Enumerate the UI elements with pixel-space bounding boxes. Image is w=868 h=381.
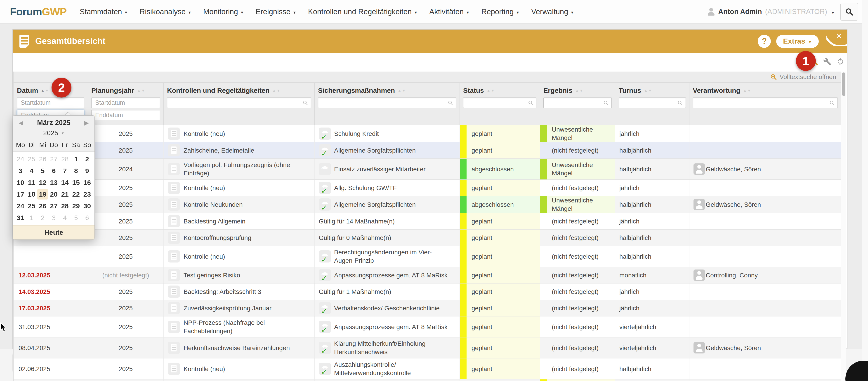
calendar-day[interactable]: 8 [70, 166, 82, 176]
column-title[interactable]: Planungsjahr [91, 87, 134, 94]
refresh-icon[interactable] [836, 58, 844, 66]
sicherung-label[interactable]: Allgemeine Sorgfaltspflichten [334, 201, 452, 209]
calendar-day[interactable]: 2 [37, 213, 48, 223]
calendar-day[interactable]: 5 [70, 213, 82, 223]
menu-item[interactable]: Aktivitäten [429, 7, 469, 16]
sicherung-label[interactable]: Anpassungsprozesse gem. AT 8 MaRisk [334, 271, 452, 279]
calendar-day[interactable]: 6 [82, 213, 93, 223]
column-title[interactable]: Status [463, 87, 484, 94]
table-row[interactable]: 12.03.2025 (nicht festgelegt) Test gerin… [13, 267, 841, 283]
calendar-day[interactable]: 12 [37, 177, 48, 188]
sort-icons[interactable] [137, 89, 145, 93]
filter-end-date-input[interactable] [91, 110, 160, 120]
calendar-day[interactable]: 26 [37, 154, 48, 164]
table-row[interactable]: 14.03.2025 2025 Backtesting: Arbeitsschr… [13, 283, 841, 300]
today-button[interactable]: Heute [13, 225, 94, 240]
calendar-day[interactable]: 24 [15, 154, 26, 164]
sicherung-label[interactable]: Gültig für 14 Maßnahme(n) [319, 217, 452, 226]
scrollbar-thumb[interactable] [842, 72, 845, 96]
table-row[interactable]: 2025 Backtesting Allgemein Gültig für 14… [13, 213, 841, 230]
calendar-day[interactable]: 21 [59, 189, 70, 200]
calendar-day[interactable]: 1 [70, 154, 82, 164]
column-title[interactable]: Sicherungsmaßnahmen [318, 87, 395, 94]
menu-item[interactable]: Verwaltung [531, 7, 574, 16]
calendar-day[interactable]: 7 [59, 166, 70, 176]
calendar-day[interactable]: 23 [82, 189, 93, 200]
kontrolle-label[interactable]: Zuverlässigkeitsprüfung Januar [184, 304, 310, 312]
kontrolle-label[interactable]: Kontrolle (neu) [184, 184, 310, 192]
calendar-day[interactable]: 1 [26, 213, 37, 223]
menu-item[interactable]: Kontrollen und Regeltätigkeiten [308, 7, 418, 16]
sort-icons[interactable] [398, 89, 406, 93]
calendar-day[interactable]: 28 [59, 154, 70, 164]
calendar-day[interactable]: 17 [15, 189, 26, 200]
extras-button[interactable]: Extras [776, 35, 819, 48]
calendar-day[interactable]: 6 [48, 166, 59, 176]
sicherung-label[interactable]: Gültig für 1 Maßnahme(n) [319, 287, 452, 296]
kontrolle-label[interactable]: Zahlscheine, Edelmetalle [184, 146, 310, 154]
sicherung-label[interactable]: Klärung Mittelherkunft/Einholung Herkunf… [334, 340, 452, 356]
page-scrollbar[interactable] [862, 0, 868, 381]
app-logo[interactable]: ForumGWP [10, 5, 67, 18]
calendar-day[interactable]: 30 [82, 201, 93, 211]
column-title[interactable]: Datum [17, 87, 38, 94]
kontrolle-label[interactable]: Kontrolle Neukunden [184, 201, 310, 209]
sort-icons[interactable] [487, 89, 495, 93]
sort-icons[interactable] [743, 89, 751, 93]
calendar-day[interactable]: 4 [59, 213, 70, 223]
calendar-day[interactable]: 25 [26, 201, 37, 211]
filter-search-input[interactable] [463, 98, 536, 108]
kontrolle-label[interactable]: NPP-Prozess (Nachfrage bei Fachabteilung… [184, 318, 310, 335]
calendar-day[interactable]: 19 [37, 189, 48, 200]
filter-search-input[interactable] [544, 98, 612, 108]
column-title[interactable]: Verantwortung [693, 87, 740, 94]
kontrolle-label[interactable]: Kontrolle (neu) [184, 365, 310, 373]
sicherung-label[interactable]: Schulung Kredit [334, 130, 452, 138]
table-row[interactable]: 2025 Kontrolle (neu) Allg. Schulung GW/T… [13, 180, 841, 196]
menu-item[interactable]: Monitoring [203, 7, 244, 16]
sort-icons[interactable] [41, 89, 49, 93]
table-row[interactable]: 08.04.2025 2025 Herkunftsnachweise Barei… [13, 338, 841, 358]
calendar-day[interactable]: 2 [82, 154, 93, 164]
column-title[interactable]: Ergebnis [544, 87, 572, 94]
kontrolle-label[interactable]: Herkunftsnachweise Bareinzahlungen [184, 344, 310, 352]
menu-item[interactable]: Risikoanalyse [140, 7, 191, 16]
filter-start-date-input[interactable] [17, 98, 84, 108]
close-panel-button[interactable] [827, 30, 847, 46]
sicherung-label[interactable]: Einsatz zuverlässiger Mitarbeiter [334, 165, 452, 173]
sicherung-label[interactable]: Anpassungsprozesse gem. AT 8 MaRisk [334, 323, 452, 331]
calendar-day[interactable]: 24 [15, 201, 26, 211]
sicherung-label[interactable]: Allg. Schulung GW/TF [334, 184, 452, 192]
kontrolle-label[interactable]: Test geringes Risiko [184, 271, 310, 279]
calendar-day[interactable]: 28 [59, 201, 70, 211]
calendar-day[interactable]: 10 [15, 177, 26, 188]
fulltext-search-toggle[interactable]: Volltextsuche öffnen [13, 72, 841, 82]
sort-icons[interactable] [644, 89, 652, 93]
calendar-day[interactable]: 3 [48, 213, 59, 223]
calendar-day[interactable]: 18 [26, 189, 37, 200]
kontrolle-label[interactable]: Kontrolle (neu) [184, 130, 310, 138]
calendar-day[interactable]: 5 [37, 166, 48, 176]
global-search-button[interactable] [840, 3, 858, 21]
filter-search-input[interactable] [167, 98, 311, 108]
table-row[interactable]: 2025 Kontrolle (neu) Berechtigungsänderu… [13, 246, 841, 267]
filter-search-input[interactable] [693, 98, 838, 108]
sicherung-label[interactable]: Berechtigungsänderungen im Vier-Augen-Pr… [334, 248, 452, 265]
calendar-day[interactable]: 4 [26, 166, 37, 176]
calendar-day[interactable]: 14 [59, 177, 70, 188]
calendar-day[interactable]: 13 [48, 177, 59, 188]
filter-search-input[interactable] [318, 98, 456, 108]
calendar-day[interactable]: 22 [70, 189, 82, 200]
menu-item[interactable]: Ereignisse [256, 7, 296, 16]
calendar-day[interactable]: 3 [15, 166, 26, 176]
kontrolle-label[interactable]: Kontrolle (neu) [184, 252, 310, 261]
previous-month-button[interactable] [18, 119, 24, 127]
table-row[interactable]: 2025 Kontrolle (neu) Schulung Kredit gep… [13, 125, 841, 142]
next-month-button[interactable] [83, 119, 90, 127]
sicherung-label[interactable]: Auszahlungskontrolle/ Mittelverwendungsk… [334, 360, 452, 377]
kontrolle-label[interactable]: Kontoeröffnungsprüfung [184, 234, 310, 242]
calendar-day[interactable]: 15 [70, 177, 82, 188]
menu-item[interactable]: Stammdaten [80, 7, 128, 16]
table-row[interactable]: 2025 Kontrolle Neukunden Allgemeine Sorg… [13, 196, 841, 213]
filter-search-input[interactable] [619, 98, 686, 108]
